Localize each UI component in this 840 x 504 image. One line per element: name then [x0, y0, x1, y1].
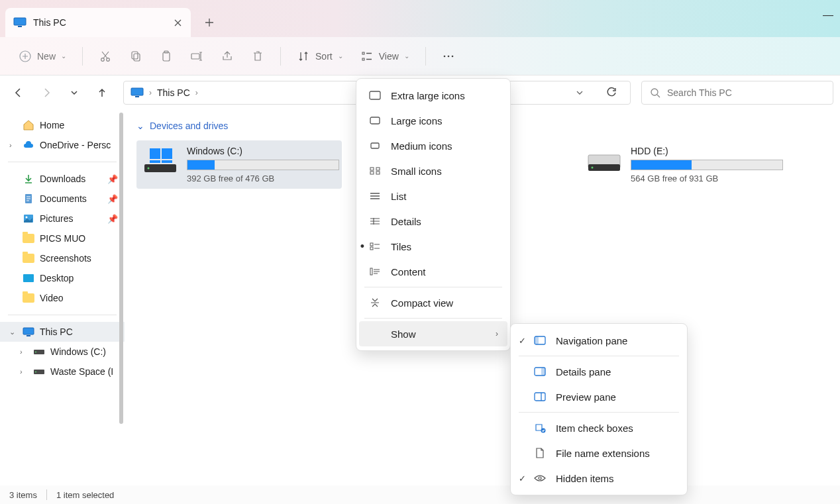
delete-button[interactable]: [244, 46, 271, 67]
minimize-button[interactable]: —: [823, 9, 833, 21]
sidebar-item-windows-c[interactable]: › Windows (C:): [0, 342, 125, 362]
menu-compact-view[interactable]: Compact view: [359, 290, 507, 315]
svg-rect-50: [541, 368, 545, 376]
svg-rect-41: [376, 168, 380, 170]
svg-rect-22: [23, 328, 34, 334]
breadcrumb-this-pc[interactable]: This PC: [157, 87, 190, 98]
menu-details[interactable]: Details: [359, 209, 507, 234]
svg-rect-10: [362, 52, 364, 54]
menu-extra-large-icons[interactable]: Extra large icons: [359, 83, 507, 108]
forward-button[interactable]: [34, 81, 58, 105]
sidebar-item-documents[interactable]: Documents 📌: [0, 189, 125, 209]
separator: [425, 47, 426, 66]
menu-preview-pane[interactable]: Preview pane: [513, 384, 684, 409]
paste-button[interactable]: [153, 46, 180, 67]
cut-button[interactable]: [92, 46, 119, 67]
refresh-button[interactable]: [600, 81, 623, 105]
copy-button[interactable]: [123, 46, 149, 67]
chevron-down-icon: ⌄: [338, 52, 343, 60]
menu-small-icons[interactable]: Small icons: [359, 158, 507, 183]
large-grid-icon: [368, 89, 382, 102]
svg-point-25: [35, 352, 36, 353]
sidebar-label: Windows (C:): [50, 346, 106, 357]
check-icon: ✓: [519, 474, 526, 483]
svg-rect-37: [370, 91, 380, 99]
more-button[interactable]: [435, 46, 462, 67]
separator: [46, 489, 47, 500]
drive-windows-c[interactable]: Windows (C:) 392 GB free of 476 GB: [136, 140, 342, 189]
drive-hdd-e[interactable]: HDD (E:) 564 GB free of 931 GB: [580, 140, 786, 189]
sidebar-item-downloads[interactable]: Downloads 📌: [0, 169, 125, 189]
svg-rect-42: [370, 172, 374, 174]
sidebar-item-pics-muo[interactable]: PICS MUO: [0, 228, 125, 248]
sort-button[interactable]: Sort ⌄: [290, 46, 350, 67]
sidebar-item-this-pc[interactable]: ⌄ This PC: [0, 322, 125, 342]
menu-tiles[interactable]: •Tiles: [359, 234, 507, 259]
svg-rect-15: [131, 88, 143, 95]
up-button[interactable]: [90, 81, 114, 105]
sidebar-label: Home: [40, 120, 64, 130]
address-dropdown[interactable]: [568, 88, 592, 97]
download-icon: [23, 174, 34, 184]
back-button[interactable]: [7, 81, 30, 105]
tab-title: This PC: [33, 17, 172, 28]
details-pane-icon: [533, 365, 547, 378]
tab-this-pc[interactable]: This PC: [5, 8, 191, 37]
sidebar-item-video[interactable]: Video: [0, 288, 125, 308]
menu-details-pane[interactable]: Details pane: [513, 359, 684, 384]
drive-info: Windows (C:) 392 GB free of 476 GB: [187, 146, 339, 183]
content-icon: [368, 265, 382, 278]
menu-hidden-items[interactable]: ✓Hidden items: [513, 466, 684, 491]
compact-icon: [368, 296, 382, 309]
svg-rect-33: [162, 160, 172, 163]
nav-pane-icon: [533, 334, 547, 347]
sidebar-item-home[interactable]: Home: [0, 115, 125, 135]
chevron-right-icon: ›: [496, 329, 498, 338]
recent-button[interactable]: [62, 81, 86, 105]
tiny-grid-icon: [368, 164, 382, 177]
menu-content[interactable]: Content: [359, 259, 507, 284]
menu-file-extensions[interactable]: File name extensions: [513, 440, 684, 466]
menu-item-check-boxes[interactable]: Item check boxes: [513, 415, 684, 440]
sidebar-item-desktop[interactable]: Desktop: [0, 268, 125, 288]
toolbar: New ⌄ Sort ⌄ View ⌄: [0, 37, 840, 76]
chevron-down-icon[interactable]: ⌄: [9, 328, 15, 336]
sidebar-label: Desktop: [40, 273, 74, 283]
share-icon: [221, 50, 234, 63]
menu-large-icons[interactable]: Large icons: [359, 108, 507, 133]
folder-icon: [23, 233, 34, 244]
chevron-down-icon: ⌄: [136, 121, 144, 131]
menu-navigation-pane[interactable]: ✓Navigation pane: [513, 328, 684, 353]
sidebar-label: This PC: [40, 327, 73, 337]
chevron-right-icon: ›: [149, 88, 152, 97]
chevron-right-icon[interactable]: ›: [20, 368, 23, 376]
pictures-icon: [23, 213, 34, 224]
search-box[interactable]: [641, 81, 833, 105]
view-button[interactable]: View ⌄: [354, 46, 416, 67]
svg-rect-32: [150, 160, 160, 163]
sidebar-item-onedrive[interactable]: › OneDrive - Persc: [0, 135, 125, 155]
rename-button[interactable]: [184, 46, 210, 67]
monitor-icon: [23, 327, 34, 337]
scrollbar[interactable]: [119, 113, 123, 424]
sidebar-item-waste-space[interactable]: › Waste Space (I: [0, 362, 125, 381]
new-tab-button[interactable]: [196, 9, 223, 36]
sidebar-item-pictures[interactable]: Pictures 📌: [0, 209, 125, 228]
share-button[interactable]: [214, 46, 240, 67]
close-icon[interactable]: [172, 17, 183, 28]
menu-list[interactable]: List: [359, 183, 507, 209]
search-input[interactable]: [667, 87, 825, 98]
sort-icon: [297, 50, 310, 63]
sidebar-item-screenshots[interactable]: Screenshots: [0, 248, 125, 268]
menu-separator: [364, 318, 502, 319]
menu-medium-icons[interactable]: Medium icons: [359, 133, 507, 158]
drive-name: Windows (C:): [187, 146, 339, 156]
chevron-right-icon[interactable]: ›: [20, 348, 23, 356]
svg-rect-9: [191, 54, 199, 59]
trash-icon: [251, 50, 264, 63]
chevron-right-icon[interactable]: ›: [9, 141, 12, 149]
new-button[interactable]: New ⌄: [12, 46, 73, 67]
rename-icon: [190, 50, 203, 63]
chevron-down-icon: ⌄: [404, 52, 409, 60]
menu-show[interactable]: Show›: [359, 321, 507, 346]
